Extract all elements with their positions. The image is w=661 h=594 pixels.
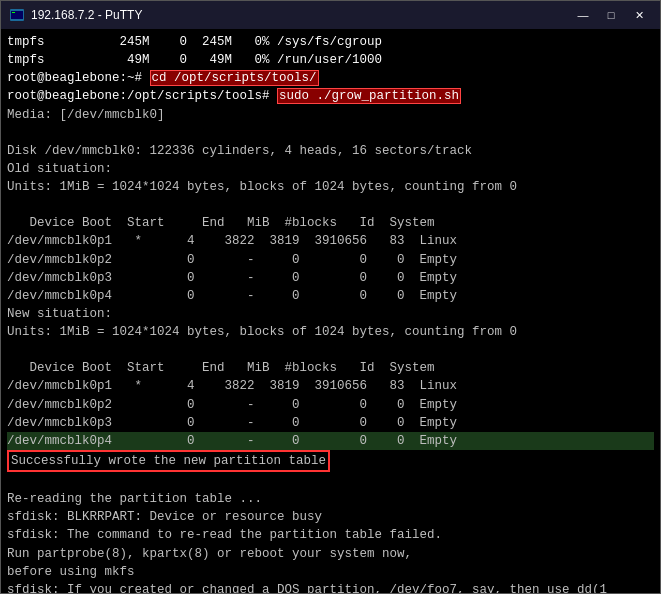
partition-row-2: /dev/mmcblk0p2 0 - 0 0 0 Empty	[7, 251, 654, 269]
terminal-line-cmd1: root@beaglebone:~# cd /opt/scripts/tools…	[7, 69, 654, 87]
terminal-output[interactable]: tmpfs 245M 0 245M 0% /sys/fs/cgroup tmpf…	[1, 29, 660, 593]
close-button[interactable]: ✕	[626, 5, 652, 25]
success-line: Successfully wrote the new partition tab…	[7, 450, 654, 472]
terminal-line: Re-reading the partition table ...	[7, 490, 654, 508]
new-partition-row-3: /dev/mmcblk0p3 0 - 0 0 0 Empty	[7, 414, 654, 432]
terminal-blank	[7, 196, 654, 214]
terminal-line: sfdisk: BLKRRPART: Device or resource bu…	[7, 508, 654, 526]
partition-row-3: /dev/mmcblk0p3 0 - 0 0 0 Empty	[7, 269, 654, 287]
terminal-line: Units: 1MiB = 1024*1024 bytes, blocks of…	[7, 323, 654, 341]
new-partition-row-4: /dev/mmcblk0p4 0 - 0 0 0 Empty	[7, 432, 654, 450]
terminal-line: Units: 1MiB = 1024*1024 bytes, blocks of…	[7, 178, 654, 196]
partition-row-4: /dev/mmcblk0p4 0 - 0 0 0 Empty	[7, 287, 654, 305]
terminal-line-cmd2: root@beaglebone:/opt/scripts/tools# sudo…	[7, 87, 654, 105]
terminal-line-header2: Device Boot Start End MiB #blocks Id Sys…	[7, 359, 654, 377]
terminal-line-header: Device Boot Start End MiB #blocks Id Sys…	[7, 214, 654, 232]
terminal-line: sfdisk: The command to re-read the parti…	[7, 526, 654, 544]
terminal-line: Run partprobe(8), kpartx(8) or reboot yo…	[7, 545, 654, 563]
title-bar: 192.168.7.2 - PuTTY — □ ✕	[1, 1, 660, 29]
terminal-line: New situation:	[7, 305, 654, 323]
terminal-blank	[7, 124, 654, 142]
terminal-line: Disk /dev/mmcblk0: 122336 cylinders, 4 h…	[7, 142, 654, 160]
window-title: 192.168.7.2 - PuTTY	[31, 8, 570, 22]
putty-window: 192.168.7.2 - PuTTY — □ ✕ tmpfs 245M 0 2…	[0, 0, 661, 594]
window-controls: — □ ✕	[570, 5, 652, 25]
new-partition-row-2: /dev/mmcblk0p2 0 - 0 0 0 Empty	[7, 396, 654, 414]
terminal-line: Old situation:	[7, 160, 654, 178]
terminal-line: Media: [/dev/mmcblk0]	[7, 106, 654, 124]
partition-row-1: /dev/mmcblk0p1 * 4 3822 3819 3910656 83 …	[7, 232, 654, 250]
terminal-line: tmpfs 49M 0 49M 0% /run/user/1000	[7, 51, 654, 69]
terminal-line: tmpfs 245M 0 245M 0% /sys/fs/cgroup	[7, 33, 654, 51]
window-icon	[9, 7, 25, 23]
terminal-blank	[7, 341, 654, 359]
terminal-blank	[7, 472, 654, 490]
terminal-line: sfdisk: If you created or changed a DOS …	[7, 581, 654, 593]
maximize-button[interactable]: □	[598, 5, 624, 25]
svg-rect-2	[12, 12, 15, 13]
new-partition-row-1: /dev/mmcblk0p1 * 4 3822 3819 3910656 83 …	[7, 377, 654, 395]
terminal-line: before using mkfs	[7, 563, 654, 581]
minimize-button[interactable]: —	[570, 5, 596, 25]
